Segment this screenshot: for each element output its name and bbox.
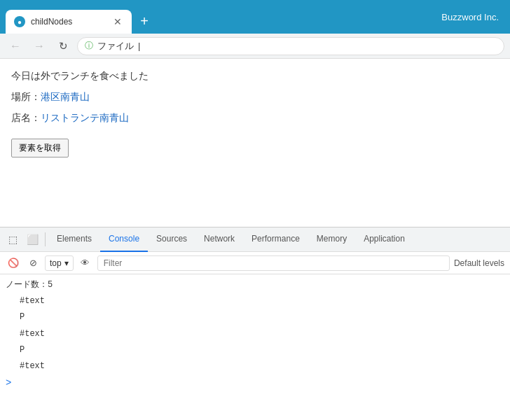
- tab-favicon: ●: [14, 16, 25, 27]
- tab-application[interactable]: Application: [355, 227, 413, 252]
- store-link[interactable]: リストランテ南青山: [41, 112, 129, 123]
- console-line-text3: #text: [0, 358, 510, 374]
- get-elements-button[interactable]: 要素を取得: [11, 139, 69, 158]
- place-label: 場所：: [11, 91, 41, 102]
- back-button[interactable]: ←: [6, 36, 25, 56]
- tab-bar: ● childNodes ✕ +: [6, 0, 441, 34]
- brand-label: Buzzword Inc.: [441, 12, 504, 22]
- refresh-button[interactable]: ↻: [53, 36, 73, 56]
- tab-elements[interactable]: Elements: [48, 227, 100, 252]
- inspect-element-button[interactable]: ⬚: [3, 230, 22, 249]
- place-link[interactable]: 港区南青山: [41, 91, 90, 102]
- console-line-text2: #text: [0, 326, 510, 342]
- console-line-p1: P: [0, 309, 510, 326]
- default-levels-label[interactable]: Default levels: [454, 258, 504, 268]
- devtools-tab-bar: ⬚ ⬜ Elements Console Sources Network Per…: [0, 227, 510, 252]
- tab-console[interactable]: Console: [100, 227, 148, 252]
- console-line-p2: P: [0, 342, 510, 358]
- url-bar[interactable]: ⓘ ファイル |: [77, 37, 504, 55]
- filter-input[interactable]: [97, 255, 450, 271]
- device-toolbar-button[interactable]: ⬜: [22, 230, 42, 249]
- address-bar: ← → ↻ ⓘ ファイル |: [0, 34, 510, 59]
- live-expression-button[interactable]: 👁: [78, 255, 93, 271]
- page-place-line: 場所：港区南青山: [11, 91, 499, 104]
- page-content: 今日は外でランチを食べました 場所：港区南青山 店名：リストランテ南青山 要素を…: [0, 59, 510, 227]
- tab-memory[interactable]: Memory: [308, 227, 355, 252]
- url-separator: |: [138, 41, 140, 51]
- tab-network[interactable]: Network: [195, 227, 243, 252]
- store-label: 店名：: [11, 112, 41, 123]
- page-line1: 今日は外でランチを食べました: [11, 70, 499, 83]
- active-tab[interactable]: ● childNodes ✕: [6, 10, 132, 34]
- tab-separator: [45, 232, 46, 246]
- tab-title: childNodes: [31, 17, 106, 27]
- page-store-line: 店名：リストランテ南青山: [11, 112, 499, 125]
- browser-chrome: ● childNodes ✕ + Buzzword Inc.: [0, 0, 510, 34]
- console-line-text1: #text: [0, 293, 510, 309]
- console-toolbar: 🚫 ⊘ top ▾ 👁 Default levels: [0, 252, 510, 274]
- prompt-arrow-icon: >: [6, 377, 11, 388]
- url-text: ファイル: [97, 40, 134, 52]
- context-value: top: [50, 258, 62, 268]
- tab-sources[interactable]: Sources: [148, 227, 195, 252]
- context-select[interactable]: top ▾: [45, 255, 74, 271]
- console-output: ノード数：5 #text P #text P #text >: [0, 274, 510, 420]
- console-prompt[interactable]: >: [0, 374, 510, 391]
- forward-button[interactable]: →: [29, 36, 49, 56]
- secure-icon: ⓘ: [85, 40, 93, 52]
- console-line-node-count: ノード数：5: [0, 277, 510, 293]
- filter-toggle-button[interactable]: ⊘: [25, 255, 41, 271]
- tab-performance[interactable]: Performance: [243, 227, 308, 252]
- tab-close-button[interactable]: ✕: [112, 16, 123, 27]
- chevron-down-icon: ▾: [64, 258, 69, 268]
- clear-console-button[interactable]: 🚫: [6, 255, 21, 271]
- devtools-panel: ⬚ ⬜ Elements Console Sources Network Per…: [0, 227, 510, 420]
- new-tab-button[interactable]: +: [135, 11, 154, 31]
